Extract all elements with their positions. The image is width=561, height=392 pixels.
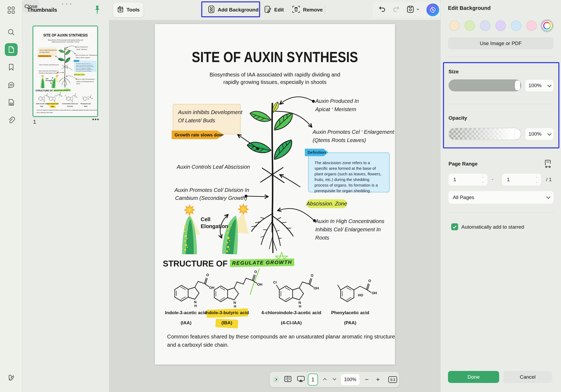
opacity-slider-handle[interactable] (515, 129, 520, 139)
starred-checkbox[interactable] (451, 223, 458, 230)
thumbnail-more-button[interactable]: ••• (92, 116, 99, 123)
opacity-slider[interactable] (449, 128, 521, 140)
pin-panel-icon[interactable] (94, 5, 101, 15)
remove-background-button[interactable]: Remove (289, 2, 325, 17)
note-box: Auxin inhibits Development Of Latent/ Bu… (38, 48, 56, 56)
color-swatch-gray-blue[interactable] (480, 21, 490, 31)
all-pages-dropdown[interactable]: All Pages (449, 191, 554, 204)
panel-divider (448, 212, 554, 212)
ann-enlarge-1: Auxin Promotes Cel ‘ Enlargement (76, 54, 98, 56)
compound-name: 4-chloroindole-3-acetic acid (261, 310, 321, 316)
save-icon[interactable] (406, 5, 414, 14)
compound-abbr: (IBA) (221, 320, 232, 326)
definition-tag: Definition (74, 60, 80, 62)
page-range-label: Page Range (449, 161, 478, 167)
zoom-level-value[interactable]: 100% (341, 374, 360, 385)
color-swatch-blue[interactable] (511, 21, 521, 31)
color-swatch-pink[interactable] (526, 21, 537, 31)
spinner-arrows-icon[interactable]: ⌃⌃ (535, 177, 538, 183)
presentation-icon[interactable] (297, 375, 305, 384)
svg-text:OH: OH (257, 282, 263, 286)
note-box: Auxin inhibits Development Of Latent/ Bu… (173, 104, 241, 134)
ann-high-3: Roots (315, 234, 329, 242)
search-icon[interactable] (5, 26, 18, 39)
compound-abbr: (PAA) (344, 320, 356, 326)
bookmark-icon[interactable] (5, 61, 18, 74)
svg-text:N: N (44, 100, 45, 102)
undo-icon[interactable] (378, 5, 386, 14)
svg-text:O: O (206, 273, 209, 277)
page-layout-icon[interactable] (284, 375, 292, 383)
svg-text:O: O (91, 95, 91, 96)
starred-checkbox-label: Automatically add to starred (461, 224, 524, 230)
redo-icon[interactable] (392, 5, 400, 14)
size-slider[interactable] (449, 79, 521, 91)
add-background-button[interactable]: Add Background (205, 2, 261, 17)
svg-text:O: O (60, 92, 61, 93)
edit-icon (264, 5, 272, 15)
ai-assistant-button[interactable] (426, 3, 439, 16)
compound-name: indole-3-butyric acid (205, 310, 249, 316)
thumbnails-page-icon[interactable] (5, 43, 18, 56)
custom-range-icon[interactable] (544, 159, 552, 170)
svg-text:N: N (54, 100, 55, 102)
expand-toolbar-button[interactable] (273, 376, 280, 383)
cluster-divider (407, 6, 407, 14)
svg-text:OH: OH (76, 97, 78, 98)
range-to-input[interactable]: 1 ⌃⌃ (502, 174, 541, 185)
add-background-icon (207, 5, 215, 15)
doc-subtitle-1: Biosynthesis of IAA associated with rapi… (155, 71, 395, 78)
ann-produced-2: Apicat ‘ Meristem (315, 105, 356, 114)
note-line-2: Of Latent/ Buds (178, 116, 240, 125)
ann-enlarge-1: Auxin Promotes Cel ‘ Enlargement (313, 128, 394, 136)
chevron-down-icon (547, 83, 552, 87)
use-image-or-pdf-button[interactable]: Use Image or PDF (448, 37, 554, 49)
range-to-value: 1 (507, 177, 510, 183)
zoom-out-button[interactable]: − (361, 376, 372, 383)
color-swatch-purple[interactable] (495, 21, 506, 31)
size-slider-handle[interactable] (515, 80, 520, 90)
thumbnails-panel-title: Thumbnails (27, 7, 57, 13)
actual-size-button[interactable]: 1:1 (388, 376, 397, 383)
document-page: O OH N H O OH N H (33, 26, 98, 117)
range-separator: - (492, 176, 493, 182)
cancel-button[interactable]: Cancel (503, 371, 552, 383)
save-options-chevron-icon[interactable] (416, 7, 420, 12)
extract-pages-icon[interactable] (5, 96, 18, 109)
panel-drag-handle[interactable]: • • • (62, 2, 72, 6)
chevron-down-icon (547, 131, 552, 136)
cell-elongation-1: Cell (46, 78, 48, 80)
panel-divider (448, 56, 554, 57)
svg-text:OH: OH (91, 98, 93, 99)
zoom-in-button[interactable]: + (372, 376, 384, 383)
tools-icon (117, 6, 124, 14)
color-wheel-swatch[interactable] (542, 21, 552, 31)
range-from-input[interactable]: 1 ⌃⌃ (449, 174, 487, 185)
ann-abscission: Auxin Controls Leaf Abscission (177, 163, 250, 171)
definition-tag: Definition (305, 149, 328, 156)
color-swatch-cream[interactable] (449, 21, 459, 31)
ann-abscission: Auxin Controls Leaf Abscission (39, 64, 59, 66)
app-window: • • • Thumbnails Tools Add Background Ed… (0, 0, 561, 392)
attachment-icon[interactable] (5, 114, 18, 127)
all-pages-value: All Pages (453, 195, 474, 200)
next-page-icon[interactable] (330, 377, 339, 382)
regulate-growth-highlight: REGULATE GROWTH (230, 258, 294, 267)
edit-background-button[interactable]: Edit (262, 2, 286, 17)
opacity-value-dropdown[interactable]: 100% (525, 128, 554, 140)
growth-banner: Growth rate slows down (38, 55, 52, 57)
tools-button[interactable]: Tools (113, 2, 143, 17)
page-thumbnail[interactable]: O OH N H O OH N H (33, 26, 98, 117)
ann-high-3: Roots (76, 83, 80, 85)
done-button[interactable]: Done (448, 371, 499, 383)
thumbnail-page-number: 1 (33, 119, 36, 125)
theme-swatches-icon[interactable] (5, 371, 18, 384)
range-from-value: 1 (453, 177, 456, 183)
color-swatch-green[interactable] (465, 21, 475, 31)
size-value-dropdown[interactable]: 100% (525, 80, 554, 91)
grid-menu-icon[interactable] (5, 4, 18, 17)
spinner-arrows-icon[interactable]: ⌃⌃ (482, 177, 484, 183)
comment-icon[interactable] (5, 79, 18, 92)
previous-page-icon[interactable] (320, 377, 330, 382)
svg-text:HO: HO (358, 293, 363, 297)
